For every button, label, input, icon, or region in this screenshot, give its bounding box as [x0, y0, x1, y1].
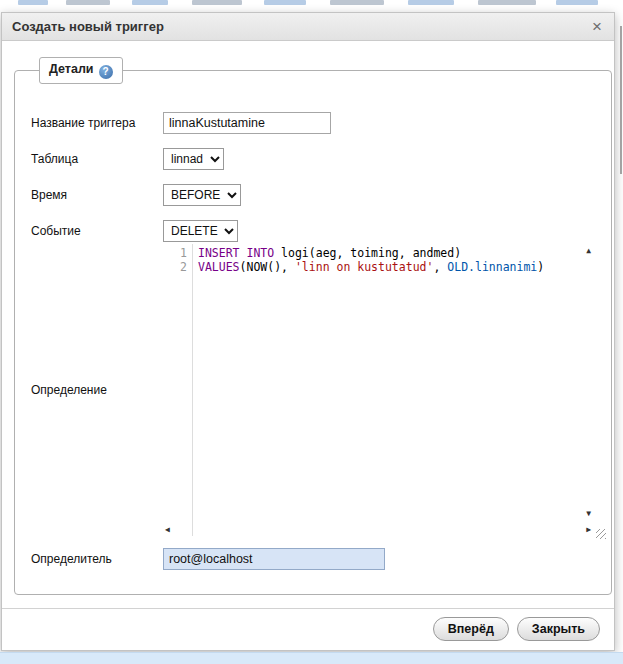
trigger-name-row: Название триггера — [31, 112, 595, 134]
details-fieldset: Детали? Название триггера Таблица linnad… — [14, 57, 612, 595]
screen: Создать новый триггер × Детали? Название… — [0, 0, 623, 664]
resize-grip[interactable] — [596, 529, 606, 539]
sql-text: ) — [537, 260, 544, 274]
event-label: Событие — [31, 224, 163, 238]
sql-text: , — [433, 260, 447, 274]
background-page-top — [0, 0, 623, 12]
close-icon[interactable]: × — [590, 18, 604, 35]
time-select[interactable]: BEFORE — [163, 184, 241, 206]
code-line-1: INSERT INTO logi(aeg, toiming, andmed) — [198, 246, 595, 260]
time-label: Время — [31, 188, 163, 202]
definer-row: Определитель — [31, 548, 595, 570]
time-row: Время BEFORE — [31, 184, 595, 206]
definition-row: Определение 1 2 INSERT INTO logi(aeg, to… — [31, 244, 595, 536]
scroll-right-icon[interactable]: ▶ — [586, 526, 591, 534]
sql-text: logi(aeg, toiming, andmed) — [274, 246, 461, 260]
scroll-left-icon[interactable]: ◀ — [165, 526, 170, 534]
scroll-down-icon[interactable]: ▼ — [586, 510, 591, 518]
clipped-link-fragment — [478, 0, 536, 5]
sql-keyword: INSERT INTO — [198, 246, 274, 260]
create-trigger-dialog: Создать новый триггер × Детали? Название… — [1, 12, 615, 651]
table-select[interactable]: linnad — [163, 148, 224, 170]
trigger-name-label: Название триггера — [31, 116, 163, 130]
line-number: 2 — [163, 260, 187, 274]
clipped-link-fragment — [556, 0, 598, 5]
clipped-link-fragment — [192, 0, 242, 5]
help-icon[interactable]: ? — [99, 65, 113, 79]
clipped-link-fragment — [264, 0, 306, 5]
clipped-link-fragment — [66, 0, 110, 5]
go-button[interactable]: Вперёд — [433, 617, 509, 641]
sql-text: (NOW(), — [240, 260, 295, 274]
table-label: Таблица — [31, 152, 163, 166]
clipped-link-fragment — [18, 0, 48, 5]
close-button[interactable]: Закрыть — [517, 617, 600, 641]
clipped-link-fragment — [132, 0, 168, 5]
definition-editor[interactable]: 1 2 INSERT INTO logi(aeg, toiming, andme… — [163, 244, 595, 536]
details-legend-label: Детали — [49, 62, 94, 76]
clipped-link-fragment — [408, 0, 454, 5]
editor-line-numbers: 1 2 — [163, 244, 193, 536]
code-line-2: VALUES(NOW(), 'linn on kustutatud', OLD.… — [198, 260, 595, 274]
sql-keyword: VALUES — [198, 260, 240, 274]
page-edge-line — [620, 26, 622, 174]
sql-identifier: OLD.linnanimi — [447, 260, 537, 274]
sql-string: 'linn on kustutatud' — [295, 260, 433, 274]
background-page-bottom-bar — [0, 652, 623, 664]
dialog-body: Детали? Название триггера Таблица linnad… — [2, 41, 614, 608]
line-number: 1 — [163, 246, 187, 260]
scroll-up-icon[interactable]: ▲ — [586, 247, 591, 255]
event-select[interactable]: DELETE — [163, 220, 238, 242]
table-row: Таблица linnad — [31, 148, 595, 170]
clipped-link-fragment — [330, 0, 384, 5]
details-legend: Детали? — [39, 57, 123, 84]
definer-label: Определитель — [31, 552, 163, 566]
dialog-buttonpane: Вперёд Закрыть — [2, 608, 614, 650]
trigger-name-input[interactable] — [163, 112, 331, 134]
dialog-title: Создать новый триггер — [12, 19, 590, 34]
dialog-titlebar: Создать новый триггер × — [2, 13, 614, 41]
editor-code-area: INSERT INTO logi(aeg, toiming, andmed) V… — [193, 244, 595, 536]
definer-input[interactable] — [163, 548, 385, 570]
event-row: Событие DELETE — [31, 220, 595, 242]
definition-label: Определение — [31, 383, 163, 397]
